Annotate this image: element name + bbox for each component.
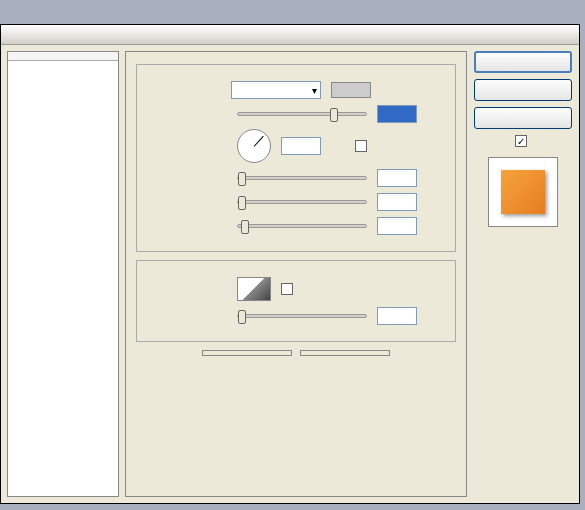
preview-box (488, 157, 558, 227)
set-default-button[interactable] (202, 350, 292, 356)
angle-dial[interactable] (237, 129, 271, 163)
opacity-slider[interactable] (237, 112, 367, 116)
distance-slider[interactable] (237, 176, 367, 180)
angle-input[interactable] (281, 137, 321, 155)
color-swatch[interactable] (331, 82, 371, 98)
choke-slider[interactable] (237, 200, 367, 204)
structure-fieldset (136, 64, 456, 252)
size-input[interactable] (377, 217, 417, 235)
new-style-button[interactable] (474, 107, 572, 129)
styles-header (8, 52, 118, 61)
distance-input[interactable] (377, 169, 417, 187)
cancel-button[interactable] (474, 79, 572, 101)
quality-fieldset (136, 260, 456, 342)
global-light-checkbox[interactable] (355, 140, 367, 152)
reset-default-button[interactable] (300, 350, 390, 356)
noise-slider[interactable] (237, 314, 367, 318)
choke-input[interactable] (377, 193, 417, 211)
opacity-input[interactable] (377, 105, 417, 123)
noise-input[interactable] (377, 307, 417, 325)
settings-panel (125, 51, 467, 497)
contour-picker[interactable] (237, 277, 271, 301)
preview-swatch (501, 170, 545, 214)
right-panel (473, 51, 573, 497)
blend-mode-select[interactable] (231, 81, 321, 99)
ok-button[interactable] (474, 51, 572, 73)
styles-panel (7, 51, 119, 497)
antialias-checkbox[interactable] (281, 283, 293, 295)
preview-checkbox[interactable] (515, 135, 527, 147)
layer-style-dialog (0, 24, 580, 504)
dialog-title (1, 25, 579, 45)
size-slider[interactable] (237, 224, 367, 228)
